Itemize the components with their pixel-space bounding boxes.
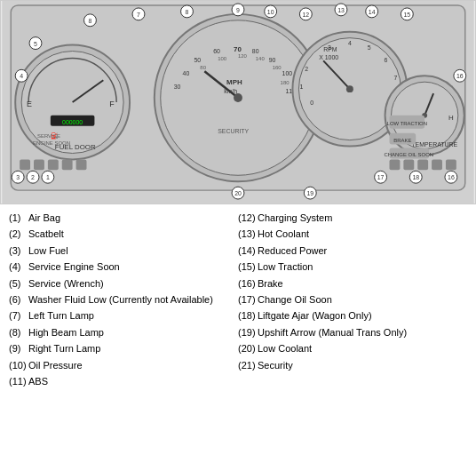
legend-num: (9) <box>9 342 28 355</box>
legend-num: (20) <box>238 342 258 355</box>
svg-rect-54 <box>34 159 44 170</box>
svg-text:8: 8 <box>186 9 189 15</box>
legend-num: (13) <box>238 228 258 241</box>
legend-item: (1)Air Bag <box>9 212 238 225</box>
legend-item: (14)Reduced Power <box>238 244 467 258</box>
svg-rect-62 <box>446 159 456 170</box>
svg-text:9: 9 <box>236 7 240 13</box>
legend-label: Low Coolant <box>258 342 312 355</box>
svg-text:70: 70 <box>234 45 242 53</box>
svg-text:TEMPERATURE: TEMPERATURE <box>411 141 457 148</box>
legend-num: (14) <box>238 244 258 258</box>
legend-num: (4) <box>9 260 28 274</box>
legend-num: (17) <box>238 293 258 307</box>
svg-text:SERVICE: SERVICE <box>37 133 60 139</box>
legend-item: (8)High Beam Lamp <box>9 326 238 339</box>
legend-item: (6)Washer Fluid Low (Currently not Avail… <box>9 293 238 307</box>
svg-text:100: 100 <box>282 70 293 76</box>
svg-rect-57 <box>76 159 87 170</box>
legend-item: (17)Change Oil Soon <box>238 293 467 307</box>
svg-rect-58 <box>390 159 401 170</box>
svg-text:5: 5 <box>368 44 371 51</box>
legend-item: (4)Service Engine Soon <box>9 260 238 274</box>
svg-text:2: 2 <box>31 174 35 180</box>
legend-item: (12)Charging System <box>238 212 467 225</box>
legend-label: ABS <box>28 375 48 388</box>
legend-label: Liftgate Ajar (Wagon Only) <box>258 309 372 323</box>
svg-text:ENGINE SOON: ENGINE SOON <box>33 140 70 146</box>
legend-num: (3) <box>9 244 28 258</box>
svg-text:7: 7 <box>393 75 397 81</box>
svg-text:CHANGE OIL SOON: CHANGE OIL SOON <box>385 152 434 157</box>
svg-text:4: 4 <box>348 40 352 46</box>
legend-item: (9)Right Turn Lamp <box>9 342 238 355</box>
svg-text:120: 120 <box>238 53 248 59</box>
legend-item: (15)Low Traction <box>238 260 467 274</box>
legend-label: Service (Wrench) <box>28 277 104 291</box>
svg-text:50: 50 <box>194 57 201 63</box>
svg-text:17: 17 <box>377 174 385 180</box>
legend-label: Scatbelt <box>28 228 64 241</box>
svg-text:16: 16 <box>448 174 455 180</box>
legend-num: (21) <box>238 359 258 372</box>
svg-text:10: 10 <box>267 9 274 15</box>
legend-right-col: (12)Charging System(13)Hot Coolant(14)Re… <box>238 212 467 391</box>
legend-label: Upshift Arrow (Manual Trans Only) <box>258 326 407 339</box>
legend-num: (7) <box>9 309 28 323</box>
legend-num: (1) <box>9 212 28 225</box>
legend-label: Security <box>258 359 293 372</box>
legend-num: (10) <box>9 359 28 372</box>
legend-item: (19)Upshift Arrow (Manual Trans Only) <box>238 326 467 339</box>
legend-num: (16) <box>238 277 258 291</box>
svg-rect-53 <box>20 159 30 170</box>
svg-rect-55 <box>48 159 59 170</box>
svg-rect-61 <box>432 159 442 170</box>
svg-text:180: 180 <box>281 80 290 85</box>
legend-item: (7)Left Turn Lamp <box>9 309 238 323</box>
svg-text:6: 6 <box>385 57 388 63</box>
svg-text:H: H <box>448 114 454 122</box>
svg-text:30: 30 <box>174 84 181 90</box>
svg-text:3: 3 <box>328 44 331 51</box>
svg-text:16: 16 <box>456 73 464 79</box>
svg-text:F: F <box>109 100 115 108</box>
legend-num: (2) <box>9 228 28 241</box>
svg-text:1: 1 <box>299 84 303 90</box>
legend-num: (5) <box>9 277 28 291</box>
svg-text:3: 3 <box>16 174 20 180</box>
svg-text:BRAKE: BRAKE <box>393 138 411 143</box>
svg-rect-56 <box>62 159 73 170</box>
legend-label: Washer Fluid Low (Currently not Availabl… <box>28 293 213 307</box>
legend-item: (18)Liftgate Ajar (Wagon Only) <box>238 309 467 323</box>
legend-item: (3)Low Fuel <box>9 244 238 258</box>
svg-text:160: 160 <box>273 65 282 70</box>
legend-num: (8) <box>9 326 28 339</box>
svg-text:E: E <box>27 100 32 108</box>
legend-label: Charging System <box>258 212 332 225</box>
legend-num: (12) <box>238 212 258 225</box>
legend-label: Oil Pressure <box>28 359 83 372</box>
svg-rect-59 <box>403 159 414 170</box>
svg-text:MPH: MPH <box>226 78 242 86</box>
svg-rect-60 <box>417 159 428 170</box>
svg-text:14: 14 <box>369 9 376 15</box>
svg-text:4: 4 <box>20 73 23 79</box>
svg-text:60: 60 <box>213 48 220 54</box>
svg-text:100: 100 <box>218 56 227 61</box>
legend-section: (1)Air Bag(2)Scatbelt(3)Low Fuel(4)Servi… <box>0 204 476 391</box>
dashboard-diagram: E F FUEL DOOR ⛽ 000000 40 30 50 60 70 80… <box>0 0 476 204</box>
legend-label: Low Fuel <box>28 244 68 258</box>
legend-item: (11)ABS <box>9 375 238 388</box>
svg-text:X 1000: X 1000 <box>319 54 338 60</box>
legend-item: (21)Security <box>238 359 467 372</box>
legend-item: (5)Service (Wrench) <box>9 277 238 291</box>
svg-text:5: 5 <box>34 41 37 47</box>
legend-num: (15) <box>238 260 258 274</box>
legend-num: (19) <box>238 326 258 339</box>
svg-text:13: 13 <box>337 7 345 13</box>
legend-label: Air Bag <box>28 212 60 225</box>
legend-label: Change Oil Soon <box>258 293 332 307</box>
legend-item: (10)Oil Pressure <box>9 359 238 372</box>
legend-item: (2)Scatbelt <box>9 228 238 241</box>
legend-item: (20)Low Coolant <box>238 342 467 355</box>
